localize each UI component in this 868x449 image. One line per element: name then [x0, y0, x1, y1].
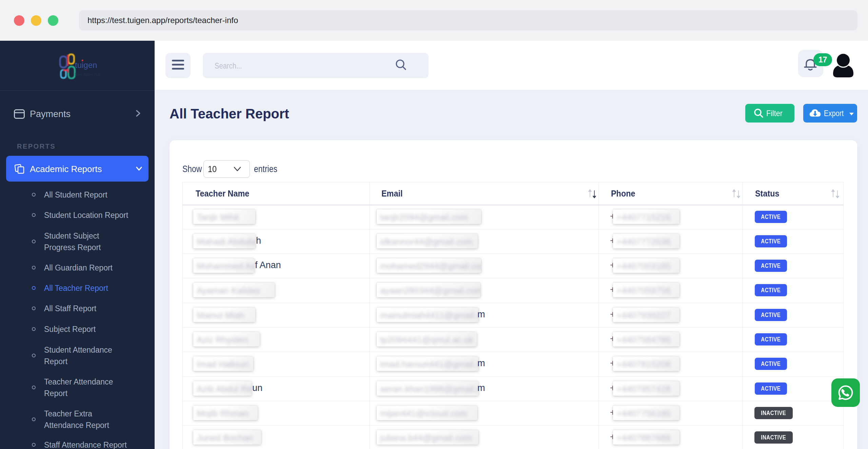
svg-text:Sove Admin Hub: Sove Admin Hub — [75, 73, 100, 76]
svg-text:tuigen: tuigen — [75, 60, 97, 70]
